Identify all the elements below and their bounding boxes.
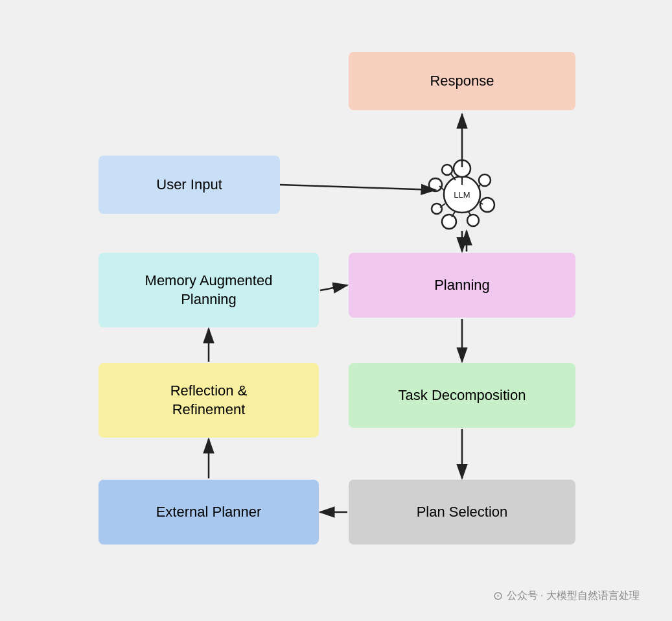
svg-line-28: [320, 285, 347, 290]
svg-line-12: [478, 183, 481, 188]
svg-line-18: [450, 173, 456, 180]
response-box: Response: [349, 52, 575, 110]
memory-label: Memory Augmented Planning: [145, 272, 273, 309]
watermark-icon: ⊙: [493, 589, 503, 603]
memory-box: Memory Augmented Planning: [98, 253, 319, 327]
response-label: Response: [430, 72, 494, 91]
svg-point-5: [480, 198, 494, 212]
svg-point-4: [479, 174, 491, 186]
svg-point-3: [454, 160, 470, 177]
user-input-box: User Input: [98, 156, 280, 214]
task-decomposition-label: Task Decomposition: [399, 386, 526, 405]
svg-line-15: [452, 211, 456, 217]
svg-point-9: [429, 178, 442, 191]
plan-selection-box: Plan Selection: [349, 480, 575, 545]
reflection-box: Reflection & Refinement: [98, 363, 319, 438]
planning-box: Planning: [349, 253, 575, 318]
llm-label: LLM: [454, 190, 470, 200]
external-planner-box: External Planner: [98, 480, 319, 545]
svg-line-14: [468, 211, 471, 216]
task-decomposition-box: Task Decomposition: [349, 363, 575, 428]
user-input-label: User Input: [156, 176, 222, 194]
diagram-container: Response User Input Planning Memory Augm…: [0, 0, 672, 621]
plan-selection-label: Plan Selection: [417, 503, 508, 522]
svg-point-6: [467, 215, 479, 226]
svg-line-16: [440, 204, 445, 207]
svg-line-17: [439, 186, 445, 191]
svg-point-2: [444, 176, 480, 213]
planning-label: Planning: [434, 276, 490, 295]
reflection-label: Reflection & Refinement: [170, 382, 248, 419]
svg-line-13: [480, 202, 483, 204]
svg-point-8: [432, 204, 442, 214]
svg-point-7: [442, 215, 456, 229]
watermark: ⊙ 公众号 · 大模型自然语言处理: [493, 589, 640, 603]
svg-point-10: [442, 165, 452, 175]
external-planner-label: External Planner: [156, 503, 262, 522]
svg-line-19: [280, 185, 435, 190]
watermark-text: 公众号 · 大模型自然语言处理: [507, 589, 640, 603]
